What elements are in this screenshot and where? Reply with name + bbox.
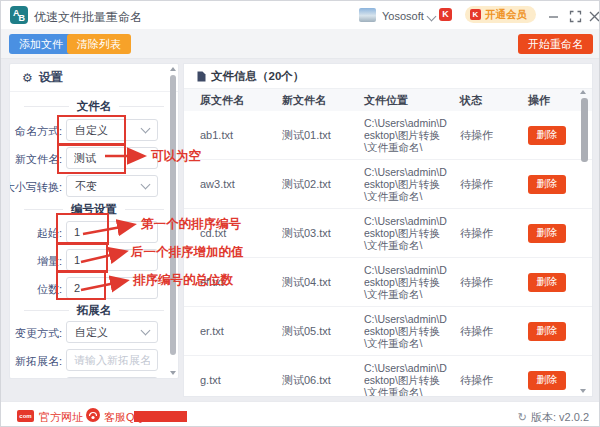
table-row: g.txt 测试06.txt C:\Users\admin\Desktop\图片… [184, 356, 592, 397]
digits-input[interactable] [66, 277, 158, 299]
delete-button[interactable]: 删除 [528, 273, 566, 292]
new-extension-label: 新拓展名: [15, 354, 62, 369]
username[interactable]: Yososoft [382, 10, 424, 22]
col-status: 状态 [460, 93, 528, 108]
sidebar-scrollbar-thumb[interactable] [170, 75, 176, 355]
file-info-panel: 文件信息（20个） 原文件名 新文件名 文件位置 状态 操作 ab1.txt 测… [183, 63, 593, 397]
case-convert-select[interactable]: 不变 [66, 175, 158, 197]
toolbar: 添加文件 清除列表 开始重命名 [1, 29, 600, 59]
table-row: ef.txt 测试04.txt C:\Users\admin\Desktop\图… [184, 258, 592, 307]
field-clipped [10, 374, 178, 379]
old-name: g.txt [200, 374, 282, 386]
table-row: er.txt 测试05.txt C:\Users\admin\Desktop\图… [184, 307, 592, 356]
maximize-button[interactable] [569, 9, 582, 22]
close-button[interactable] [588, 9, 600, 22]
delete-button[interactable]: 删除 [528, 175, 566, 194]
field-case-convert: 大小写转换: 不变 [10, 172, 178, 200]
old-name: er.txt [200, 325, 282, 337]
naming-method-value: 自定义 [75, 123, 108, 138]
upgrade-vip-label: 开通会员 [485, 8, 527, 22]
field-new-filename: 新文件名: [10, 144, 178, 172]
version-info: ↻ 版本: v2.0.2 [518, 410, 589, 425]
status-badge: 待操作 [460, 275, 528, 290]
field-increment: 增量: [10, 246, 178, 274]
status-badge: 待操作 [460, 177, 528, 192]
section-extension: 拓展名 [10, 302, 178, 318]
new-extension-input[interactable] [66, 349, 158, 371]
old-name: ab1.txt [200, 129, 282, 141]
new-filename-input[interactable] [66, 147, 158, 169]
refresh-icon[interactable]: ↻ [518, 411, 527, 424]
chevron-down-icon [141, 326, 151, 336]
increment-input[interactable] [66, 249, 158, 271]
vip-badge-icon: K [439, 8, 452, 21]
settings-panel: ⚙ 设置 文件名 命名方式: 自定义 新文件名: 大小写转换: 不变 [9, 63, 179, 379]
old-name: cd.txt [200, 227, 282, 239]
scroll-down-icon[interactable] [580, 389, 586, 393]
new-name: 测试03.txt [282, 226, 364, 241]
field-new-extension: 新拓展名: [10, 346, 178, 374]
chevron-down-icon [141, 180, 151, 190]
start-rename-button[interactable]: 开始重命名 [518, 34, 593, 54]
section-filename-label: 文件名 [77, 99, 112, 114]
ext-method-select[interactable]: 自定义 [66, 321, 158, 343]
settings-title: 设置 [39, 69, 63, 86]
start-number-input[interactable] [66, 221, 158, 243]
footer: com 官方网址 客服QQ: ↻ 版本: v2.0.2 [1, 401, 600, 427]
section-extension-label: 拓展名 [77, 303, 112, 318]
titlebar: A B 优速文件批量重命名 Yososoft K K 开通会员 [1, 1, 600, 30]
old-name: aw3.txt [200, 178, 282, 190]
new-name: 测试02.txt [282, 177, 364, 192]
document-icon [197, 71, 206, 82]
customer-service-icon [86, 408, 100, 422]
delete-button[interactable]: 删除 [528, 322, 566, 341]
user-avatar[interactable] [359, 8, 376, 22]
clipped-input[interactable] [66, 377, 158, 379]
chevron-down-icon [141, 124, 151, 134]
sidebar-scrollbar[interactable] [169, 66, 177, 376]
ext-method-value: 自定义 [75, 325, 108, 340]
app-logo-icon: A B [10, 6, 28, 24]
table-row: aw3.txt 测试02.txt C:\Users\admin\Desktop\… [184, 160, 592, 209]
new-filename-label: 新文件名: [15, 152, 62, 167]
minimize-button[interactable] [547, 9, 560, 22]
upgrade-vip-button[interactable]: K 开通会员 [465, 6, 536, 23]
table-scrollbar[interactable] [579, 89, 590, 394]
col-new-name: 新文件名 [282, 93, 364, 108]
clear-list-button[interactable]: 清除列表 [67, 34, 131, 54]
file-path: C:\Users\admin\Desktop\图片转换\文件重命名\ [364, 117, 460, 153]
table-row: cd.txt 测试03.txt C:\Users\admin\Desktop\图… [184, 209, 592, 258]
new-name: 测试06.txt [282, 373, 364, 388]
scroll-up-icon[interactable] [170, 67, 176, 71]
status-badge: 待操作 [460, 128, 528, 143]
settings-panel-header: ⚙ 设置 [10, 64, 178, 92]
new-name: 测试05.txt [282, 324, 364, 339]
old-name: ef.txt [200, 276, 282, 288]
add-files-button[interactable]: 添加文件 [9, 34, 73, 54]
chevron-down-icon[interactable] [427, 12, 437, 22]
scroll-up-icon[interactable] [580, 90, 586, 94]
case-convert-label: 大小写转换: [9, 180, 62, 195]
section-numbering-label: 编号设置 [71, 202, 117, 217]
col-path: 文件位置 [364, 93, 460, 108]
table-header-row: 原文件名 新文件名 文件位置 状态 操作 [184, 89, 592, 111]
start-number-label: 起始: [37, 226, 62, 241]
file-info-title: 文件信息（20个） [211, 69, 304, 84]
col-old-name: 原文件名 [200, 93, 282, 108]
col-action: 操作 [528, 93, 580, 108]
file-path: C:\Users\admin\Desktop\图片转换\文件重命名\ [364, 215, 460, 251]
new-name: 测试04.txt [282, 275, 364, 290]
status-badge: 待操作 [460, 324, 528, 339]
website-link[interactable]: 官方网址 [39, 410, 83, 425]
app-logo-letter-b: B [19, 13, 26, 23]
naming-method-select[interactable]: 自定义 [66, 119, 158, 141]
delete-button[interactable]: 删除 [528, 224, 566, 243]
vip-icon: K [470, 9, 481, 20]
file-path: C:\Users\admin\Desktop\图片转换\文件重命名\ [364, 264, 460, 300]
website-icon: com [17, 410, 34, 422]
scroll-down-icon[interactable] [170, 371, 176, 375]
delete-button[interactable]: 删除 [528, 126, 566, 145]
table-scrollbar-thumb[interactable] [581, 98, 588, 162]
digits-label: 位数: [37, 282, 62, 297]
delete-button[interactable]: 删除 [528, 371, 566, 390]
